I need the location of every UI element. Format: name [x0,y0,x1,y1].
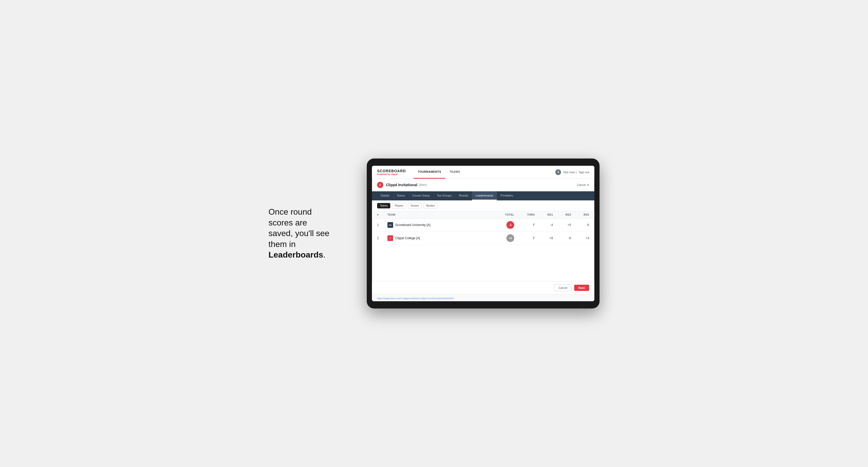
cancel-button-header[interactable]: Cancel ✕ [577,183,589,187]
col-rd2: RD2 [553,213,571,216]
tablet-device: SCOREBOARD Powered by clippd TOURNAMENTS… [367,158,599,309]
user-avatar: S [555,169,561,175]
col-rank: # [377,213,388,216]
nav-teams[interactable]: TEAMS [445,166,464,179]
tournament-icon: C [377,182,383,188]
desc-line1: Once round [269,207,312,216]
tab-course-setup[interactable]: Course Setup [409,191,433,200]
filter-strokes[interactable]: Strokes [423,203,438,209]
rd2-1: +5 [553,223,571,227]
top-nav: SCOREBOARD Powered by clippd TOURNAMENTS… [372,166,594,179]
user-name: Test User | [563,171,577,174]
rd1-2: +8 [535,236,553,240]
team-name-2: Clippd College [A] [395,236,420,240]
team-logo-2: C [388,235,393,241]
tab-printables[interactable]: Printables [497,191,517,200]
tournament-gender: (Men) [419,183,427,187]
table-row: 1 SU Scoreboard University [A] -5 F -4 +… [372,218,594,232]
logo-title: SCOREBOARD [377,169,406,173]
table-header: # TEAM TOTAL THRU RD1 RD2 RD3 [372,211,594,218]
tab-results[interactable]: Results [455,191,472,200]
left-description: Once round scores are saved, you'll see … [269,207,351,260]
col-rd1: RD1 [535,213,553,216]
cancel-button-bottom[interactable]: Cancel [554,284,571,291]
col-total: TOTAL [488,213,514,216]
filter-scores[interactable]: Scores [408,203,422,209]
thru-2: F [514,236,535,240]
filter-players[interactable]: Players [392,203,406,209]
desc-line3: saved, you'll see [269,228,330,238]
tournament-name: Clippd Invitational [386,183,417,187]
rd3-2: +3 [571,236,589,240]
team-cell-1: SU Scoreboard University [A] [388,222,488,228]
filter-bar: Teams Players Scores Strokes [372,200,594,211]
col-rd3: RD3 [571,213,589,216]
rd3-1: -6 [571,223,589,227]
logo-subtitle: Powered by clippd [377,173,406,176]
nav-tournaments[interactable]: TOURNAMENTS [413,166,445,179]
url-bar: https://stage-blue-coach.stagescoreboard… [372,294,594,301]
team-cell-2: C Clippd College [A] [388,235,488,241]
user-area: S Test User | Sign out [555,169,589,175]
url-text: https://stage-blue-coach.stagescoreboard… [377,297,454,300]
leaderboard-table: # TEAM TOTAL THRU RD1 RD2 RD3 1 SU Score… [372,211,594,245]
desc-line4: them in [269,240,296,249]
sign-out-link[interactable]: Sign out [579,171,589,174]
tab-tee-groups[interactable]: Tee Groups [433,191,455,200]
tab-details[interactable]: Details [377,191,393,200]
tablet-screen: SCOREBOARD Powered by clippd TOURNAMENTS… [372,166,594,301]
team-logo-1: SU [388,222,393,228]
logo-area: SCOREBOARD Powered by clippd [377,169,406,176]
thru-1: F [514,223,535,227]
col-team: TEAM [388,213,488,216]
tab-leaderboards[interactable]: Leaderboards [472,191,497,200]
page-container: Once round scores are saved, you'll see … [253,158,615,309]
rd2-2: -8 [553,236,571,240]
sub-nav: Details Teams Course Setup Tee Groups Re… [372,191,594,200]
table-row: 2 C Clippd College [A] +3 F +8 -8 +3 [372,232,594,245]
rank-1: 1 [377,223,388,227]
team-name-1: Scoreboard University [A] [395,223,430,227]
rank-2: 2 [377,236,388,240]
tab-teams[interactable]: Teams [393,191,409,200]
desc-line2: scores are [269,218,307,227]
bottom-bar: Cancel Save [372,281,594,294]
desc-line5-end: . [323,250,326,259]
save-button[interactable]: Save [574,285,589,291]
col-thru: THRU [514,213,535,216]
total-badge-2: +3 [506,234,514,242]
desc-line5-bold: Leaderboards [269,250,323,259]
rd1-1: -4 [535,223,553,227]
main-nav: TOURNAMENTS TEAMS [413,166,555,179]
tournament-header: C Clippd Invitational (Men) Cancel ✕ [372,179,594,191]
total-badge-1: -5 [506,221,514,229]
filter-teams[interactable]: Teams [377,203,390,209]
content-area [372,245,594,281]
